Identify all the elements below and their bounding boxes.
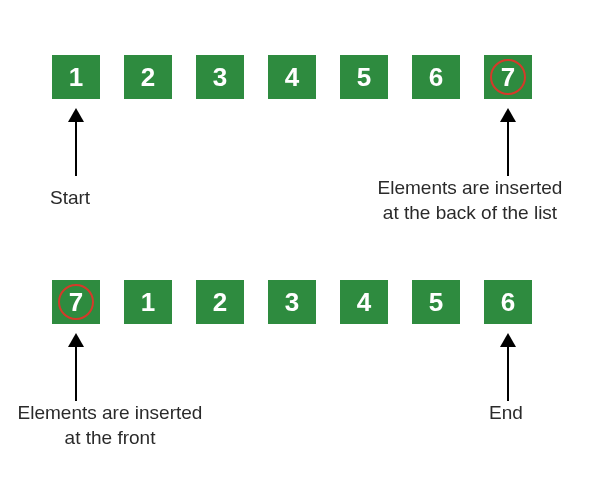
- arrow-head-icon: [68, 108, 84, 122]
- list-box: 6: [412, 55, 460, 99]
- arrow-start: [68, 108, 84, 176]
- list-box: 2: [124, 55, 172, 99]
- box-value: 5: [429, 287, 443, 318]
- list-box: 1: [124, 280, 172, 324]
- list-box: 7: [52, 280, 100, 324]
- label-end: End: [489, 401, 523, 426]
- arrow-shaft: [75, 347, 77, 401]
- arrow-insert-back: [500, 108, 516, 176]
- list-box: 4: [268, 55, 316, 99]
- list-box: 7: [484, 55, 532, 99]
- list-row-top: 1 2 3 4 5 6 7: [52, 55, 532, 99]
- list-box: 3: [196, 55, 244, 99]
- arrow-shaft: [507, 122, 509, 176]
- list-box: 3: [268, 280, 316, 324]
- box-value: 1: [69, 62, 83, 93]
- arrow-shaft: [507, 347, 509, 401]
- box-value: 4: [357, 287, 371, 318]
- box-value: 2: [213, 287, 227, 318]
- list-box: 6: [484, 280, 532, 324]
- list-box: 5: [340, 55, 388, 99]
- box-value: 2: [141, 62, 155, 93]
- arrow-head-icon: [500, 333, 516, 347]
- arrow-end: [500, 333, 516, 401]
- box-value: 7: [69, 287, 83, 318]
- arrow-head-icon: [68, 333, 84, 347]
- label-start: Start: [50, 186, 90, 211]
- box-value: 3: [285, 287, 299, 318]
- box-value: 3: [213, 62, 227, 93]
- box-value: 1: [141, 287, 155, 318]
- list-box: 5: [412, 280, 460, 324]
- list-box: 4: [340, 280, 388, 324]
- box-value: 5: [357, 62, 371, 93]
- list-row-bottom: 7 1 2 3 4 5 6: [52, 280, 532, 324]
- box-value: 4: [285, 62, 299, 93]
- label-insert-back: Elements are inserted at the back of the…: [350, 176, 590, 225]
- list-box: 2: [196, 280, 244, 324]
- arrow-shaft: [75, 122, 77, 176]
- box-value: 6: [429, 62, 443, 93]
- box-value: 6: [501, 287, 515, 318]
- box-value: 7: [501, 62, 515, 93]
- arrow-insert-front: [68, 333, 84, 401]
- label-insert-front: Elements are inserted at the front: [0, 401, 230, 450]
- list-box: 1: [52, 55, 100, 99]
- arrow-head-icon: [500, 108, 516, 122]
